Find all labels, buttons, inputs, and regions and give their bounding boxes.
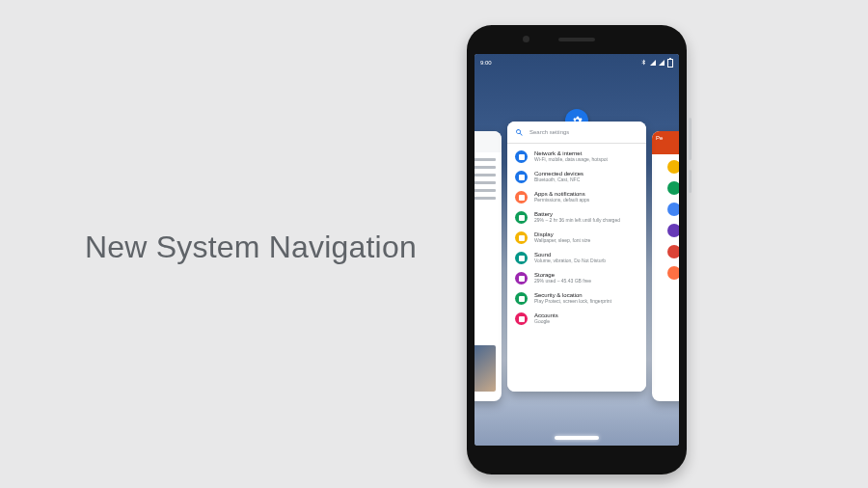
- phone-frame: 9:00: [467, 25, 687, 474]
- card-left-content: [475, 158, 496, 204]
- settings-item-text: DisplayWallpaper, sleep, font size: [534, 231, 590, 243]
- settings-item-security-location[interactable]: Security & locationPlay Protect, screen …: [507, 288, 646, 309]
- settings-search[interactable]: Search settings: [507, 122, 646, 144]
- settings-item-icon: [515, 171, 528, 183]
- settings-item-text: Apps & notificationsPermissions, default…: [534, 191, 589, 203]
- settings-item-text: SoundVolume, vibration, Do Not Disturb: [534, 252, 606, 263]
- card-left-image: [475, 345, 496, 392]
- settings-item-subtitle: Permissions, default apps: [534, 198, 589, 203]
- settings-search-placeholder: Search settings: [529, 129, 569, 135]
- settings-item-apps-notifications[interactable]: Apps & notificationsPermissions, default…: [507, 187, 646, 207]
- card-right-avatars: [652, 152, 679, 287]
- settings-item-display[interactable]: DisplayWallpaper, sleep, font size: [507, 228, 646, 248]
- settings-item-icon: [515, 312, 528, 325]
- settings-item-subtitle: Wi-Fi, mobile, data usage, hotspot: [534, 157, 608, 163]
- settings-item-icon: [515, 150, 528, 163]
- settings-item-accounts[interactable]: AccountsGoogle: [507, 309, 646, 329]
- bluetooth-icon: [640, 59, 647, 67]
- settings-item-icon: [515, 272, 528, 285]
- front-camera: [523, 36, 529, 42]
- settings-item-text: AccountsGoogle: [534, 312, 558, 324]
- settings-item-text: Connected devicesBluetooth, Cast, NFC: [534, 171, 583, 182]
- settings-item-subtitle: Volume, vibration, Do Not Disturb: [534, 258, 606, 264]
- settings-item-subtitle: Play Protect, screen lock, fingerprint: [534, 299, 611, 305]
- card-right-header: Pe: [652, 131, 679, 154]
- settings-item-subtitle: Wallpaper, sleep, font size: [534, 238, 590, 244]
- home-pill[interactable]: [555, 436, 599, 440]
- settings-item-text: Network & internetWi-Fi, mobile, data us…: [534, 150, 608, 162]
- settings-item-icon: [515, 211, 528, 224]
- recents-carousel[interactable]: Pe: [475, 122, 679, 422]
- settings-item-text: Battery29% – 2 hr 36 min left until full…: [534, 211, 620, 223]
- recents-card-right[interactable]: Pe: [652, 131, 679, 401]
- power-button: [689, 170, 692, 193]
- settings-item-network-internet[interactable]: Network & internetWi-Fi, mobile, data us…: [507, 147, 646, 167]
- settings-item-subtitle: 29% – 2 hr 36 min left until fully charg…: [534, 218, 620, 224]
- status-bar: 9:00: [475, 54, 679, 69]
- settings-item-battery[interactable]: Battery29% – 2 hr 36 min left until full…: [507, 207, 646, 228]
- settings-item-icon: [515, 252, 528, 264]
- settings-item-subtitle: Bluetooth, Cast, NFC: [534, 177, 583, 183]
- settings-list: Network & internetWi-Fi, mobile, data us…: [507, 144, 646, 332]
- settings-item-subtitle: Google: [534, 319, 558, 325]
- earpiece: [558, 38, 595, 41]
- settings-item-storage[interactable]: Storage29% used – 45.43 GB free: [507, 268, 646, 288]
- card-left-toolbar: [475, 131, 502, 152]
- volume-rocker: [689, 118, 692, 160]
- search-icon: [515, 128, 524, 137]
- phone-screen: 9:00: [475, 54, 679, 446]
- cell-signal-icon: [659, 60, 665, 66]
- slide: New System Navigation 9:00: [0, 0, 868, 488]
- battery-icon: [667, 59, 673, 68]
- settings-item-icon: [515, 292, 528, 305]
- settings-item-subtitle: 29% used – 45.43 GB free: [534, 279, 591, 285]
- settings-item-sound[interactable]: SoundVolume, vibration, Do Not Disturb: [507, 248, 646, 268]
- settings-item-icon: [515, 231, 528, 244]
- slide-headline: New System Navigation: [85, 230, 417, 265]
- recents-card-left[interactable]: [475, 131, 502, 401]
- status-time: 9:00: [480, 60, 492, 66]
- settings-item-text: Storage29% used – 45.43 GB free: [534, 272, 591, 284]
- settings-item-connected-devices[interactable]: Connected devicesBluetooth, Cast, NFC: [507, 167, 646, 187]
- recents-card-settings[interactable]: Search settings Network & internetWi-Fi,…: [507, 122, 646, 392]
- wifi-icon: [650, 60, 656, 66]
- settings-item-icon: [515, 191, 528, 203]
- settings-item-text: Security & locationPlay Protect, screen …: [534, 292, 611, 304]
- card-right-header-label: Pe: [656, 135, 663, 141]
